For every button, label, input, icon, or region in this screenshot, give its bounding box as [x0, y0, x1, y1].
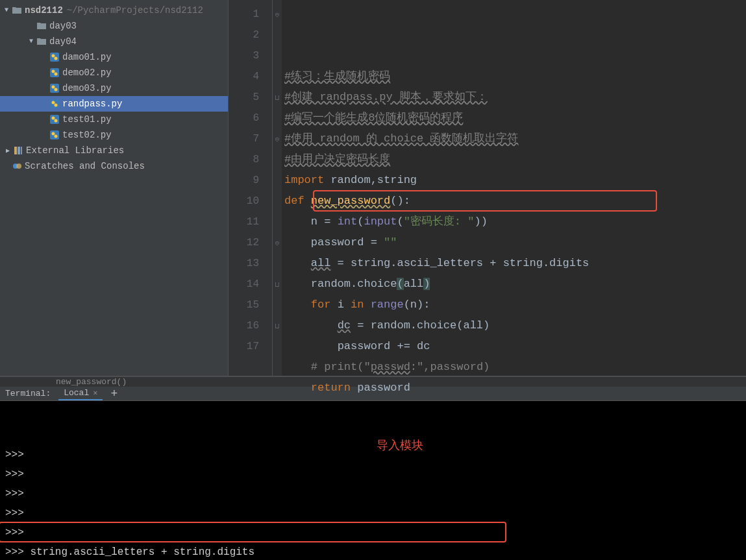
terminal-line: >>> string.ascii_letters + string.digits — [5, 542, 741, 560]
line-number[interactable]: 1 — [229, 4, 259, 25]
close-icon[interactable]: ✕ — [93, 388, 97, 398]
scratches-consoles[interactable]: Scratches and Consoles — [0, 158, 228, 174]
project-tree[interactable]: ▼ nsd2112 ~/PycharmProjects/nsd2112 day0… — [0, 0, 229, 376]
fold-marker — [273, 25, 282, 45]
line-number[interactable]: 4 — [229, 66, 259, 87]
fold-marker — [273, 66, 282, 87]
tree-file[interactable]: test01.py — [0, 112, 228, 127]
add-terminal-button[interactable]: + — [110, 387, 118, 400]
tree-root[interactable]: ▼ nsd2112 ~/PycharmProjects/nsd2112 — [0, 3, 228, 18]
line-number[interactable]: 5 — [229, 87, 259, 108]
line-number[interactable]: 6 — [229, 108, 259, 128]
svg-rect-20 — [21, 147, 22, 154]
code-line[interactable]: for i in range(n): — [284, 295, 746, 315]
python-file-icon — [49, 52, 60, 62]
line-number[interactable]: 16 — [229, 315, 259, 336]
external-libraries[interactable]: ▶ External Libraries — [0, 143, 228, 158]
svg-point-17 — [55, 135, 58, 138]
line-number[interactable]: 13 — [229, 253, 259, 274]
code-line[interactable]: return password — [284, 378, 746, 398]
fold-marker[interactable]: ⊔ — [273, 315, 282, 336]
code-area[interactable]: #练习：生成随机密码#创建 randpass.py 脚本，要求如下：#编写一个能… — [282, 0, 746, 376]
svg-point-8 — [55, 88, 58, 91]
svg-rect-15 — [50, 130, 59, 140]
fold-marker[interactable]: ⊖ — [273, 232, 282, 253]
highlight-annotation-2 — [0, 522, 506, 542]
tree-file[interactable]: damo01.py — [0, 49, 228, 65]
svg-rect-6 — [50, 84, 59, 93]
terminal-tab-local[interactable]: Local ✕ — [58, 387, 103, 400]
line-number[interactable]: 8 — [229, 149, 259, 170]
line-number[interactable]: 7 — [229, 128, 259, 149]
chevron-icon[interactable] — [27, 22, 35, 30]
code-line[interactable]: #由用户决定密码长度 — [284, 149, 746, 170]
folder-icon — [12, 5, 22, 16]
python-file-icon — [49, 99, 60, 109]
svg-point-2 — [55, 57, 58, 60]
folder-icon — [36, 21, 47, 31]
terminal-line: >>> — [5, 445, 741, 465]
tree-file[interactable]: demo03.py — [0, 80, 228, 96]
svg-point-13 — [52, 117, 55, 120]
gutter: 1234567891011121314151617 — [229, 0, 273, 376]
line-number[interactable]: 15 — [229, 295, 259, 315]
scratches-icon — [12, 161, 22, 171]
svg-point-22 — [16, 164, 21, 169]
svg-point-7 — [52, 86, 55, 89]
line-number[interactable]: 17 — [229, 336, 259, 357]
fold-marker — [273, 108, 282, 128]
terminal-line: >>> — [5, 504, 741, 523]
code-line[interactable]: all = string.ascii_letters + string.digi… — [284, 253, 746, 274]
svg-rect-19 — [18, 147, 20, 154]
svg-point-11 — [55, 104, 58, 107]
line-number[interactable]: 3 — [229, 45, 259, 66]
fold-marker[interactable]: ⊖ — [273, 128, 282, 149]
line-number[interactable]: 2 — [229, 25, 259, 45]
code-editor[interactable]: 1234567891011121314151617 ⊖⊔⊖⊖⊔⊔ #练习：生成随… — [229, 0, 746, 376]
fold-marker[interactable]: ⊖ — [273, 4, 282, 25]
highlight-annotation — [313, 190, 657, 212]
svg-rect-0 — [50, 53, 59, 62]
code-line[interactable]: random.choice(all) — [284, 274, 746, 295]
line-number[interactable]: 12 — [229, 232, 259, 253]
code-line[interactable]: #创建 randpass.py 脚本，要求如下： — [284, 87, 746, 108]
svg-point-5 — [55, 73, 58, 76]
fold-marker[interactable]: ⊔ — [273, 274, 282, 295]
fold-marker — [273, 212, 282, 232]
terminal-line: >>> — [5, 484, 741, 504]
code-line[interactable]: #使用 random 的 choice 函数随机取出字符 — [284, 128, 746, 149]
tree-file[interactable]: randpass.py — [0, 96, 228, 112]
tree-folder[interactable]: ▼day04 — [0, 34, 228, 49]
fold-marker — [273, 191, 282, 212]
fold-marker — [273, 149, 282, 170]
code-line[interactable]: import random,string — [284, 170, 746, 191]
svg-point-14 — [55, 119, 58, 123]
fold-marker — [273, 170, 282, 191]
folder-icon — [36, 36, 47, 47]
code-line[interactable]: # print("passwd:",password) — [284, 357, 746, 378]
line-number[interactable]: 11 — [229, 212, 259, 232]
line-number[interactable]: 9 — [229, 170, 259, 191]
tree-file[interactable]: demo02.py — [0, 65, 228, 80]
chevron-right-icon[interactable]: ▶ — [4, 147, 12, 154]
code-line[interactable]: n = int(input("密码长度: ")) — [284, 212, 746, 232]
chevron-icon[interactable]: ▼ — [27, 38, 35, 45]
python-file-icon — [49, 83, 60, 93]
code-line[interactable]: #练习：生成随机密码 — [284, 66, 746, 87]
root-path: ~/PycharmProjects/nsd2112 — [67, 5, 203, 16]
python-file-icon — [49, 67, 60, 78]
annotation-text: 导入模块 — [377, 436, 423, 456]
tree-folder[interactable]: day03 — [0, 18, 228, 34]
fold-marker — [273, 45, 282, 66]
terminal-body[interactable]: >>>>>>>>>>>>>>>>>> string.ascii_letters … — [0, 401, 746, 560]
code-line[interactable]: #编写一个能生成8位随机密码的程序 — [284, 108, 746, 128]
line-number[interactable]: 14 — [229, 274, 259, 295]
code-line[interactable]: password = "" — [284, 232, 746, 253]
fold-marker[interactable]: ⊔ — [273, 87, 282, 108]
fold-marker — [273, 295, 282, 315]
line-number[interactable]: 10 — [229, 191, 259, 212]
chevron-down-icon[interactable]: ▼ — [3, 6, 10, 14]
tree-file[interactable]: test02.py — [0, 127, 228, 143]
code-line[interactable]: password += dc — [284, 336, 746, 357]
code-line[interactable]: dc = random.choice(all) — [284, 315, 746, 336]
